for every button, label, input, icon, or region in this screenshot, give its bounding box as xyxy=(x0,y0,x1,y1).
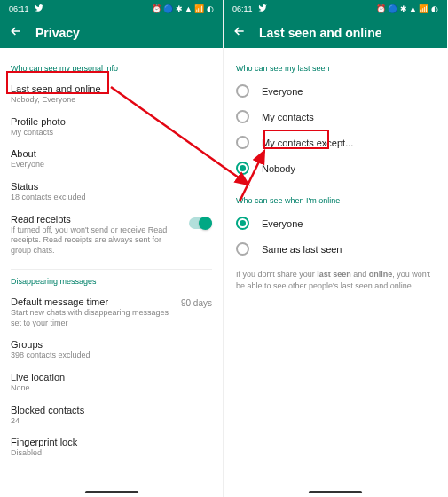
status-icons: ⏰ 🔵 ✱ ▲ 📶 ◐ xyxy=(376,4,438,13)
radio-everyone[interactable]: Everyone xyxy=(236,78,435,104)
radio-label: My contacts except... xyxy=(262,138,353,148)
status-time: 06:11 xyxy=(232,4,253,13)
note: If you don't share your last seen and on… xyxy=(236,262,435,298)
item-title: Fingerprint lock xyxy=(11,437,212,447)
appbar-privacy: Privacy xyxy=(0,18,223,48)
status-time: 06:11 xyxy=(9,4,29,13)
item-title: About xyxy=(11,148,212,159)
item-status[interactable]: Status 18 contacts excluded xyxy=(11,176,212,209)
item-subtitle: 398 contacts excluded xyxy=(11,351,212,361)
radio-label: Everyone xyxy=(262,86,303,97)
radio-label: Nobody xyxy=(262,163,295,174)
radio-icon xyxy=(236,242,249,256)
item-live-location[interactable]: Live location None xyxy=(11,367,212,399)
item-blocked[interactable]: Blocked contacts 24 xyxy=(11,399,212,432)
twitter-icon xyxy=(258,4,267,14)
item-title: Last seen and online xyxy=(11,83,212,94)
phone-left-privacy: 06:11 ⏰ 🔵 ✱ ▲ 📶 ◐ Privacy Who can see my… xyxy=(0,0,224,497)
status-icons: ⏰ 🔵 ✱ ▲ 📶 ◐ xyxy=(152,4,214,13)
item-subtitle: Start new chats with disappearing messag… xyxy=(11,308,174,328)
status-bar: 06:11 ⏰ 🔵 ✱ ▲ 📶 ◐ xyxy=(0,0,223,18)
item-subtitle: If turned off, you won't send or receive… xyxy=(11,225,182,256)
page-title: Last seen and online xyxy=(259,26,381,40)
page-title: Privacy xyxy=(35,26,80,40)
radio-icon xyxy=(236,84,249,98)
item-title: Read receipts xyxy=(11,214,182,225)
item-subtitle: Everyone xyxy=(11,160,212,170)
divider xyxy=(11,269,212,270)
last-seen-content: Who can see my last seen Everyone My con… xyxy=(224,48,447,497)
divider xyxy=(224,185,447,185)
item-fingerprint[interactable]: Fingerprint lock Disabled xyxy=(11,431,212,464)
appbar-last-seen: Last seen and online xyxy=(224,18,447,48)
item-profile-photo[interactable]: Profile photo My contacts xyxy=(11,111,212,144)
nav-pill[interactable] xyxy=(309,491,362,493)
section-personal-info: Who can see my personal info xyxy=(11,64,212,73)
item-about[interactable]: About Everyone xyxy=(11,143,212,176)
item-title: Profile photo xyxy=(11,116,212,127)
item-title: Blocked contacts xyxy=(11,405,212,415)
radio-my-contacts[interactable]: My contacts xyxy=(236,104,435,130)
nav-pill[interactable] xyxy=(85,491,138,493)
item-subtitle: Nobody, Everyone xyxy=(11,95,212,106)
privacy-content: Who can see my personal info Last seen a… xyxy=(0,48,223,497)
item-title: Default message timer xyxy=(11,296,174,307)
status-bar: 06:11 ⏰ 🔵 ✱ ▲ 📶 ◐ xyxy=(224,0,447,18)
radio-same-as-last-seen[interactable]: Same as last seen xyxy=(236,236,435,262)
item-read-receipts[interactable]: Read receipts If turned off, you won't s… xyxy=(11,209,212,262)
phone-right-last-seen: 06:11 ⏰ 🔵 ✱ ▲ 📶 ◐ Last seen and online W… xyxy=(224,0,447,497)
item-subtitle: Disabled xyxy=(11,448,212,459)
item-groups[interactable]: Groups 398 contacts excluded xyxy=(11,334,212,367)
item-subtitle: None xyxy=(11,383,212,394)
radio-label: Everyone xyxy=(262,218,303,229)
item-title: Groups xyxy=(11,339,212,350)
item-value: 90 days xyxy=(181,298,212,308)
back-icon[interactable] xyxy=(232,24,247,42)
radio-nobody[interactable]: Nobody xyxy=(236,155,435,181)
radio-label: My contacts xyxy=(262,112,314,122)
section-who-last-seen: Who can see my last seen xyxy=(236,64,435,73)
item-subtitle: My contacts xyxy=(11,128,212,138)
read-receipts-switch[interactable] xyxy=(189,217,212,229)
item-last-seen[interactable]: Last seen and online Nobody, Everyone xyxy=(11,78,212,111)
item-default-timer[interactable]: Default message timer Start new chats wi… xyxy=(11,291,212,334)
twitter-icon xyxy=(35,4,43,14)
radio-icon xyxy=(236,136,249,149)
radio-icon xyxy=(236,217,249,230)
item-title: Live location xyxy=(11,372,212,383)
radio-icon xyxy=(236,162,249,175)
section-who-online: Who can see when I'm online xyxy=(236,196,435,205)
radio-my-contacts-except[interactable]: My contacts except... xyxy=(236,130,435,155)
radio-online-everyone[interactable]: Everyone xyxy=(236,210,435,236)
back-icon[interactable] xyxy=(9,24,23,42)
item-title: Status xyxy=(11,181,212,192)
radio-label: Same as last seen xyxy=(262,244,342,255)
item-subtitle: 18 contacts excluded xyxy=(11,193,212,203)
section-disappearing: Disappearing messages xyxy=(11,277,212,286)
radio-icon xyxy=(236,110,249,123)
item-subtitle: 24 xyxy=(11,416,212,427)
